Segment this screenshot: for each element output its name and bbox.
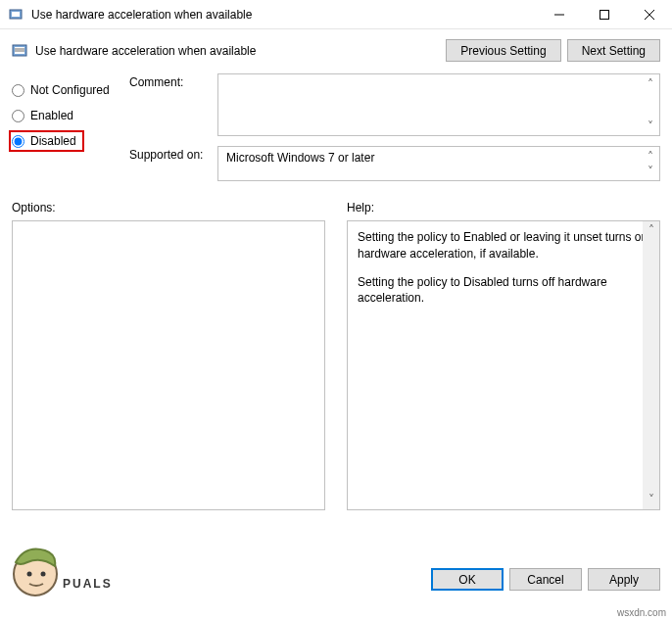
chevron-up-icon[interactable]: ˄ (644, 223, 658, 238)
chevron-down-icon[interactable]: ˅ (644, 493, 658, 507)
cancel-button[interactable]: Cancel (509, 568, 582, 591)
radio-label: Not Configured (30, 83, 110, 97)
titlebar: Use hardware acceleration when available (0, 0, 672, 29)
policy-header: Use hardware acceleration when available… (0, 29, 672, 73)
svg-point-12 (41, 572, 46, 577)
svg-rect-3 (600, 10, 609, 19)
highlight-box: Disabled (9, 130, 84, 152)
supported-on-label: Supported on: (129, 146, 217, 162)
watermark-brand-text: PUALS (63, 577, 113, 591)
policy-icon (12, 43, 27, 59)
previous-setting-button[interactable]: Previous Setting (446, 39, 560, 62)
minimize-button[interactable] (537, 0, 582, 29)
maximize-button[interactable] (582, 0, 627, 29)
radio-label: Disabled (30, 134, 76, 148)
comment-label: Comment: (129, 73, 217, 89)
chevron-down-icon[interactable]: ˅ (643, 119, 657, 133)
next-setting-button[interactable]: Next Setting (567, 39, 660, 62)
chevron-down-icon[interactable]: ˅ (643, 164, 657, 178)
help-label: Help: (347, 201, 660, 215)
help-paragraph: Setting the policy to Disabled turns off… (358, 274, 649, 308)
radio-enabled[interactable]: Enabled (12, 103, 129, 128)
ok-button[interactable]: OK (431, 568, 504, 591)
options-box[interactable] (12, 220, 325, 510)
help-panel: Help: Setting the policy to Enabled or l… (347, 201, 660, 510)
options-panel: Options: (12, 201, 325, 510)
radio-disabled[interactable]: Disabled (12, 134, 76, 148)
comment-textarea[interactable]: ˄ ˅ (217, 73, 660, 136)
dialog-buttons: OK Cancel Apply (431, 568, 660, 591)
radio-disabled-input[interactable] (12, 135, 24, 148)
watermark-logo: PUALS (8, 541, 214, 604)
policy-title: Use hardware acceleration when available (35, 44, 440, 58)
svg-rect-1 (12, 12, 20, 17)
radio-not-configured[interactable]: Not Configured (12, 77, 129, 103)
options-label: Options: (12, 201, 325, 215)
help-paragraph: Setting the policy to Enabled or leaving… (358, 229, 649, 262)
chevron-up-icon[interactable]: ˄ (643, 149, 657, 164)
scrollbar[interactable]: ˄ ˅ (643, 221, 659, 509)
apply-button[interactable]: Apply (588, 568, 660, 591)
state-radio-group: Not Configured Enabled Disabled (12, 73, 129, 191)
chevron-up-icon[interactable]: ˄ (643, 76, 657, 91)
radio-not-configured-input[interactable] (12, 84, 24, 97)
close-button[interactable] (627, 0, 672, 29)
svg-point-11 (27, 572, 32, 577)
radio-label: Enabled (30, 109, 73, 122)
supported-on-value: Microsoft Windows 7 or later (226, 151, 374, 165)
supported-on-textarea: Microsoft Windows 7 or later ˄ ˅ (217, 146, 660, 181)
radio-enabled-input[interactable] (12, 110, 24, 122)
window-policy-icon (8, 7, 24, 23)
window-title: Use hardware acceleration when available (31, 8, 537, 22)
watermark-site: wsxdn.com (617, 607, 666, 618)
help-box: Setting the policy to Enabled or leaving… (347, 220, 660, 510)
